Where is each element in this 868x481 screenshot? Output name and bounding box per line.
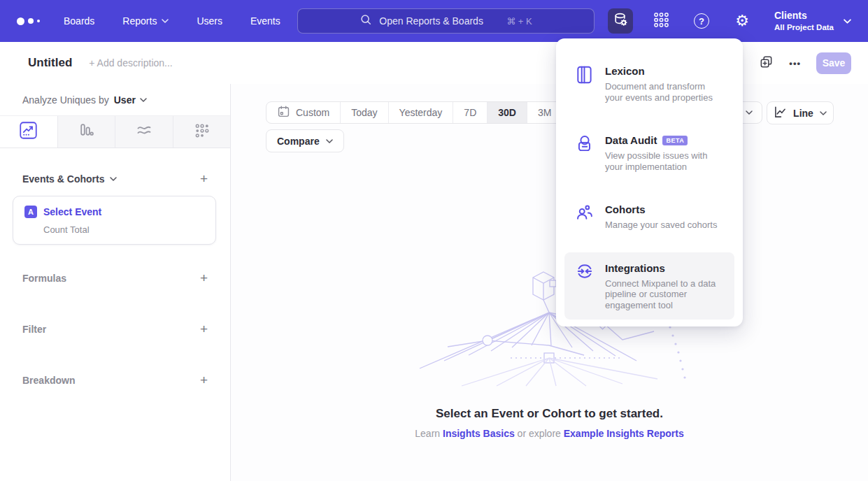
chevron-down-icon xyxy=(140,98,147,102)
database-gear-icon xyxy=(612,11,629,31)
data-management-button[interactable] xyxy=(608,8,633,34)
example-reports-link[interactable]: Example Insights Reports xyxy=(564,428,684,439)
empty-sub-prefix: Learn xyxy=(415,428,440,439)
range-30d-label: 30D xyxy=(498,107,516,118)
formulas-section: Formulas + xyxy=(0,271,230,285)
settings-button[interactable]: ⚙ xyxy=(730,8,755,34)
grid-icon xyxy=(654,13,669,30)
event-aggregation[interactable]: Count Total xyxy=(43,224,204,235)
compare-button[interactable]: Compare xyxy=(266,129,344,152)
report-title[interactable]: Untitled xyxy=(28,56,72,70)
range-today-label: Today xyxy=(351,107,377,118)
events-cohorts-label: Events & Cohorts xyxy=(22,173,104,185)
report-description-placeholder[interactable]: + Add description... xyxy=(89,57,172,69)
data-audit-title: Data Audit xyxy=(605,134,657,148)
range-30d[interactable]: 30D xyxy=(488,102,527,123)
duplicate-icon[interactable] xyxy=(759,55,774,72)
nav-reports-label: Reports xyxy=(122,15,157,27)
analyze-entity-value: User xyxy=(114,94,136,106)
range-7d[interactable]: 7D xyxy=(453,102,488,123)
range-yesterday[interactable]: Yesterday xyxy=(389,102,454,123)
nav-users[interactable]: Users xyxy=(197,15,222,27)
integrations-sync-icon xyxy=(576,261,594,311)
tab-flow[interactable] xyxy=(115,116,173,148)
add-breakdown-button[interactable]: + xyxy=(200,373,208,387)
chart-type-tabs xyxy=(0,116,230,148)
select-event-button[interactable]: Select Event xyxy=(43,206,101,217)
tab-metric[interactable] xyxy=(173,116,231,148)
search-icon xyxy=(360,13,372,29)
empty-sub-middle: or explore xyxy=(518,428,561,439)
data-audit-description: View possible issues with your implement… xyxy=(605,150,725,172)
bar-chart-tab-icon xyxy=(78,122,94,141)
main-canvas: Custom Today Yesterday 7D 30D 3M 6M Comp… xyxy=(231,84,868,481)
empty-state-subtitle: Learn Insights Basics or explore Example… xyxy=(231,428,868,439)
lexicon-description: Document and transform your events and p… xyxy=(605,81,725,103)
more-options-button[interactable]: ••• xyxy=(789,58,801,69)
menu-item-lexicon[interactable]: Lexicon Document and transform your even… xyxy=(564,55,734,112)
calendar-icon xyxy=(277,105,290,120)
top-navbar: Boards Reports Users Events ⌘ + K xyxy=(0,0,868,42)
data-audit-icon xyxy=(576,134,594,172)
tab-insights-line[interactable] xyxy=(0,116,58,148)
menu-item-integrations[interactable]: Integrations Connect Mixpanel to a data … xyxy=(564,252,734,320)
menu-item-data-audit[interactable]: Data Audit BETA View possible issues wit… xyxy=(564,124,734,181)
nav-reports[interactable]: Reports xyxy=(122,15,169,27)
filter-label: Filter xyxy=(22,324,46,335)
compare-label: Compare xyxy=(277,136,320,147)
menu-item-title: Integrations xyxy=(605,261,725,275)
integrations-title: Integrations xyxy=(605,261,665,275)
search-input[interactable] xyxy=(379,15,499,27)
range-yesterday-label: Yesterday xyxy=(399,107,443,118)
apps-grid-button[interactable] xyxy=(648,8,674,34)
help-icon: ? xyxy=(694,13,709,29)
lexicon-book-icon xyxy=(576,64,594,103)
chevron-down-icon xyxy=(820,111,827,115)
insights-basics-link[interactable]: Insights Basics xyxy=(443,428,515,439)
menu-item-title: Lexicon xyxy=(605,64,725,78)
event-row-card[interactable]: A Select Event Count Total xyxy=(13,196,216,245)
breakdown-section: Breakdown + xyxy=(0,373,230,387)
save-button[interactable]: Save xyxy=(816,52,851,74)
mixpanel-logo[interactable] xyxy=(17,17,40,25)
menu-item-cohorts[interactable]: Cohorts Manage your saved cohorts xyxy=(564,194,734,240)
cohorts-people-icon xyxy=(576,203,594,231)
range-7d-label: 7D xyxy=(464,107,476,118)
range-3m-label: 3M xyxy=(538,107,551,118)
nav-boards[interactable]: Boards xyxy=(64,15,94,27)
breakdown-label: Breakdown xyxy=(22,375,75,386)
metric-tab-icon xyxy=(194,122,210,141)
global-search[interactable]: ⌘ + K xyxy=(297,8,595,34)
nav-events[interactable]: Events xyxy=(250,15,280,27)
chart-style-dropdown[interactable]: Line xyxy=(767,101,834,124)
data-management-dropdown: Lexicon Document and transform your even… xyxy=(556,38,743,326)
empty-state-title: Select an Event or Cohort to get started… xyxy=(231,407,868,421)
chevron-down-icon xyxy=(162,19,169,23)
add-filter-button[interactable]: + xyxy=(200,322,208,336)
formulas-label: Formulas xyxy=(22,273,66,284)
date-range-picker: Custom Today Yesterday 7D 30D 3M 6M xyxy=(266,101,598,124)
chevron-down-icon xyxy=(110,177,117,181)
cohorts-title: Cohorts xyxy=(605,203,646,217)
nav-events-label: Events xyxy=(250,15,280,27)
nav-users-label: Users xyxy=(197,15,222,27)
line-chart-icon xyxy=(774,106,787,120)
range-today[interactable]: Today xyxy=(341,102,388,123)
chevron-down-icon xyxy=(844,19,851,24)
help-button[interactable]: ? xyxy=(689,8,714,34)
nav-boards-label: Boards xyxy=(64,15,94,27)
range-custom[interactable]: Custom xyxy=(266,102,341,123)
events-cohorts-header[interactable]: Events & Cohorts xyxy=(22,173,117,185)
project-name: Clients xyxy=(774,10,834,22)
filter-section: Filter + xyxy=(0,322,230,336)
line-chart-tab-icon xyxy=(20,122,37,142)
add-event-button[interactable]: + xyxy=(200,172,208,185)
tab-bar-chart[interactable] xyxy=(58,116,116,148)
chevron-down-icon xyxy=(746,110,753,115)
analyze-entity-dropdown[interactable]: User xyxy=(114,94,147,106)
add-formula-button[interactable]: + xyxy=(200,271,208,285)
project-scope: All Project Data xyxy=(774,22,834,32)
event-letter-badge: A xyxy=(24,206,37,218)
chevron-down-icon xyxy=(326,139,333,143)
project-selector[interactable]: Clients All Project Data xyxy=(774,10,851,32)
